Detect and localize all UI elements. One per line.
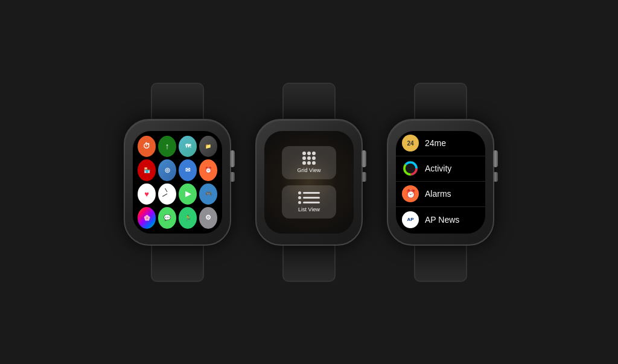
list-item-apnews[interactable]: AP AP News — [396, 207, 485, 232]
list-icon-activity — [402, 160, 419, 177]
list-item-label-activity: Activity — [425, 164, 451, 173]
app-icon-workout[interactable]: ↑ — [158, 136, 176, 158]
list-item-activity[interactable]: Activity — [396, 156, 485, 182]
watch-screen-2: Grid View List View — [264, 131, 354, 234]
watch-band-top-2 — [282, 83, 336, 119]
grid-view-label: Grid View — [298, 167, 321, 173]
grid-view-icon — [302, 152, 316, 165]
watch-body-2: Grid View List View — [255, 119, 363, 246]
view-selector: Grid View List View — [264, 131, 354, 234]
watch-band-bottom-3 — [414, 246, 467, 282]
list-view-icon — [298, 191, 320, 204]
watch-side-button-2[interactable] — [362, 172, 366, 182]
app-icon-health-app[interactable]: 🏪 — [138, 159, 156, 181]
watch-band-top-1 — [151, 83, 204, 119]
watch-crown-3[interactable] — [493, 150, 498, 167]
app-icon-clock[interactable] — [158, 184, 176, 205]
list-item-label-24me: 24me — [425, 138, 446, 148]
app-icon-maps[interactable]: 🗺 — [179, 136, 197, 158]
app-icon-compass[interactable]: ◎ — [158, 159, 176, 181]
watch-crown-1[interactable] — [230, 150, 235, 167]
list-view-option[interactable]: List View — [282, 185, 336, 219]
watch-band-top-3 — [414, 83, 467, 119]
watch-3: 24 24me Activity — [387, 83, 494, 282]
app-icon-game[interactable]: 🎮 — [199, 184, 217, 205]
watch-band-bottom-1 — [151, 246, 204, 282]
watch-body-1: ⏱ ↑ 🗺 📁 🏪 ◎ ✉ ⏰ ♥ ▶ — [124, 119, 231, 246]
list-item-24me[interactable]: 24 24me — [396, 131, 485, 156]
app-icon-photos[interactable]: 🌸 — [138, 207, 156, 229]
app-icon-unknown1[interactable]: 📁 — [199, 136, 217, 158]
watch-side-button-1[interactable] — [230, 172, 235, 182]
app-icon-alarm[interactable]: ⏰ — [199, 159, 217, 181]
app-icon-mail[interactable]: ✉ — [179, 159, 197, 181]
app-icon-heart[interactable]: ♥ — [138, 184, 156, 205]
list-icon-24me: 24 — [402, 135, 419, 152]
watch-1: ⏱ ↑ 🗺 📁 🏪 ◎ ✉ ⏰ ♥ ▶ — [124, 83, 231, 282]
list-item-alarms[interactable]: ⏰ Alarms — [396, 182, 485, 207]
app-icon-activity-run[interactable]: 🏃 — [179, 207, 197, 229]
app-grid: ⏱ ↑ 🗺 📁 🏪 ◎ ✉ ⏰ ♥ ▶ — [133, 131, 222, 234]
watch-screen-1: ⏱ ↑ 🗺 📁 🏪 ◎ ✉ ⏰ ♥ ▶ — [133, 131, 222, 234]
list-icon-apnews: AP — [402, 211, 419, 228]
app-icon-settings[interactable]: ⚙ — [199, 207, 217, 229]
list-icon-alarms: ⏰ — [402, 185, 419, 202]
watch-band-bottom-2 — [282, 246, 336, 282]
app-icon-timer[interactable]: ⏱ — [138, 136, 156, 158]
watch-crown-2[interactable] — [362, 150, 366, 167]
list-item-label-apnews: AP News — [425, 215, 459, 225]
watch-2: Grid View List View — [255, 83, 363, 282]
app-icon-messages[interactable]: 💬 — [158, 207, 176, 229]
list-view-label: List View — [298, 206, 320, 212]
app-icon-play[interactable]: ▶ — [179, 184, 197, 205]
watch-body-3: 24 24me Activity — [387, 119, 494, 246]
watch-screen-3: 24 24me Activity — [396, 131, 485, 234]
list-item-label-alarms: Alarms — [425, 189, 451, 199]
grid-view-option[interactable]: Grid View — [282, 146, 336, 179]
watch-side-button-3[interactable] — [493, 172, 498, 182]
app-list: 24 24me Activity — [396, 131, 485, 234]
